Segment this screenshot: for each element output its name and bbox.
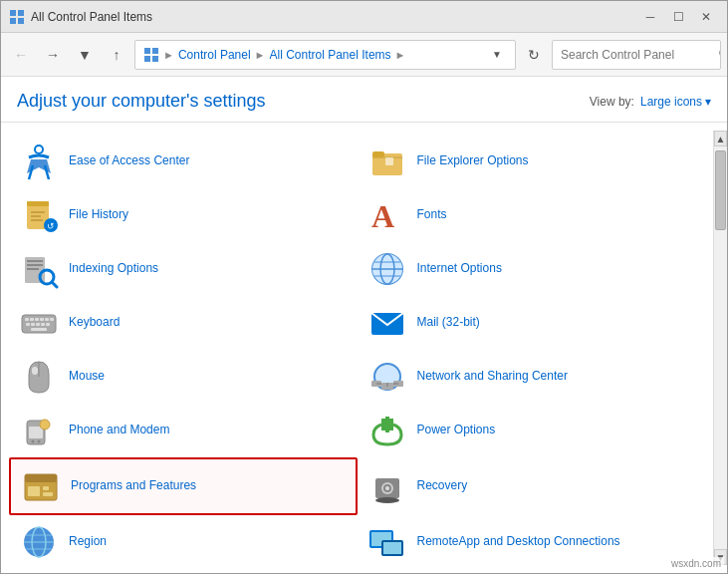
recovery-label: Recovery: [417, 478, 468, 494]
item-file-history[interactable]: ↺File History: [9, 188, 358, 242]
svg-rect-43: [26, 323, 30, 326]
refresh-button[interactable]: ↻: [520, 41, 548, 69]
region-icon: [19, 522, 59, 562]
search-button[interactable]: 🔍: [718, 40, 721, 70]
item-mail[interactable]: Mail (32-bit): [358, 296, 706, 350]
svg-rect-47: [46, 323, 50, 326]
item-programs-features[interactable]: Programs and Features: [9, 457, 358, 515]
programs-features-icon: [21, 466, 61, 506]
svg-rect-3: [18, 18, 24, 24]
svg-line-28: [52, 282, 57, 287]
view-by-value[interactable]: Large icons ▾: [640, 95, 711, 109]
svg-rect-40: [40, 318, 44, 321]
region-label: Region: [69, 534, 107, 550]
window-title: All Control Panel Items: [31, 10, 637, 24]
forward-button[interactable]: →: [39, 41, 67, 69]
recent-locations-button[interactable]: ▼: [71, 41, 99, 69]
keyboard-icon: [19, 303, 59, 343]
maximize-button[interactable]: ☐: [665, 6, 691, 28]
item-mouse[interactable]: Mouse: [9, 350, 358, 404]
svg-rect-18: [31, 215, 41, 217]
watermark: wsxdn.com: [668, 557, 724, 570]
network-sharing-label: Network and Sharing Center: [417, 369, 568, 385]
window-icon: [9, 9, 25, 25]
scrollbar-thumb[interactable]: [715, 150, 726, 230]
svg-rect-45: [36, 323, 40, 326]
item-power-options[interactable]: Power Options: [358, 404, 706, 457]
item-ease-of-access[interactable]: Ease of Access Center: [9, 135, 358, 188]
title-bar: All Control Panel Items ─ ☐ ✕: [1, 1, 727, 33]
svg-rect-44: [31, 323, 35, 326]
svg-rect-60: [29, 427, 43, 438]
remoteapp-icon: [367, 522, 407, 562]
svg-rect-64: [385, 417, 389, 432]
search-input[interactable]: [553, 48, 718, 62]
view-by-label: View by:: [590, 95, 634, 109]
svg-rect-51: [32, 367, 38, 375]
network-sharing-icon: [367, 357, 407, 397]
item-region[interactable]: Region: [9, 515, 358, 565]
main-window: All Control Panel Items ─ ☐ ✕ ← → ▼ ↑ ► …: [0, 0, 728, 574]
svg-point-63: [40, 420, 50, 430]
svg-rect-5: [152, 48, 158, 54]
svg-rect-7: [152, 56, 158, 62]
svg-rect-83: [383, 542, 401, 554]
breadcrumb-sep2: ►: [255, 49, 266, 61]
svg-rect-46: [41, 323, 45, 326]
back-button[interactable]: ←: [7, 41, 35, 69]
mouse-label: Mouse: [69, 369, 105, 385]
mouse-icon: [19, 357, 59, 397]
svg-rect-24: [27, 260, 43, 262]
svg-rect-69: [43, 492, 53, 496]
scrollbar: ▲ ▼: [713, 131, 727, 565]
internet-options-label: Internet Options: [417, 261, 502, 277]
svg-rect-39: [35, 318, 39, 321]
main-content: Adjust your computer's settings View by:…: [1, 77, 727, 573]
svg-rect-0: [10, 10, 16, 16]
fonts-label: Fonts: [417, 207, 447, 223]
phone-modem-label: Phone and Modem: [69, 423, 169, 438]
breadcrumb-control-panel[interactable]: Control Panel: [178, 48, 251, 62]
internet-options-icon: [367, 249, 407, 289]
item-phone-modem[interactable]: Phone and Modem: [9, 404, 358, 457]
svg-rect-17: [31, 211, 45, 213]
recovery-icon: [367, 466, 407, 506]
svg-point-74: [385, 486, 389, 490]
scrollbar-up-arrow[interactable]: ▲: [714, 131, 727, 146]
file-explorer-options-label: File Explorer Options: [417, 153, 529, 169]
search-box: 🔍: [552, 40, 721, 70]
close-button[interactable]: ✕: [693, 6, 719, 28]
power-options-icon: [367, 411, 407, 450]
item-remoteapp[interactable]: RemoteApp and Desktop Connections: [358, 515, 706, 565]
breadcrumb-cp-icon: [143, 47, 159, 63]
breadcrumb-bar: ► Control Panel ► All Control Panel Item…: [134, 40, 516, 70]
item-indexing-options[interactable]: Indexing Options: [9, 242, 358, 296]
breadcrumb-sep1: ►: [163, 49, 174, 61]
content-header: Adjust your computer's settings View by:…: [1, 77, 727, 123]
svg-rect-42: [50, 318, 54, 321]
ease-of-access-label: Ease of Access Center: [69, 153, 189, 169]
item-keyboard[interactable]: Keyboard: [9, 296, 358, 350]
items-scroll: Ease of Access CenterFile Explorer Optio…: [1, 131, 713, 565]
minimize-button[interactable]: ─: [637, 6, 663, 28]
file-history-icon: ↺: [19, 195, 59, 235]
up-button[interactable]: ↑: [103, 41, 130, 69]
breadcrumb-all-items[interactable]: All Control Panel Items: [270, 48, 391, 62]
item-network-sharing[interactable]: Network and Sharing Center: [358, 350, 706, 404]
svg-rect-48: [31, 328, 47, 331]
view-by-control: View by: Large icons ▾: [590, 95, 711, 109]
svg-rect-16: [27, 201, 49, 206]
svg-rect-26: [27, 268, 39, 270]
item-recovery[interactable]: Recovery: [358, 457, 706, 515]
item-fonts[interactable]: AFonts: [358, 188, 706, 242]
svg-text:↺: ↺: [47, 221, 55, 231]
file-explorer-options-icon: [367, 142, 407, 181]
page-title: Adjust your computer's settings: [17, 91, 266, 112]
indexing-options-label: Indexing Options: [69, 261, 158, 277]
breadcrumb-dropdown-button[interactable]: ▼: [487, 44, 507, 66]
item-internet-options[interactable]: Internet Options: [358, 242, 706, 296]
item-file-explorer-options[interactable]: File Explorer Options: [358, 135, 706, 188]
fonts-icon: A: [367, 195, 407, 235]
svg-rect-2: [10, 18, 16, 24]
ease-of-access-icon: [19, 142, 59, 181]
